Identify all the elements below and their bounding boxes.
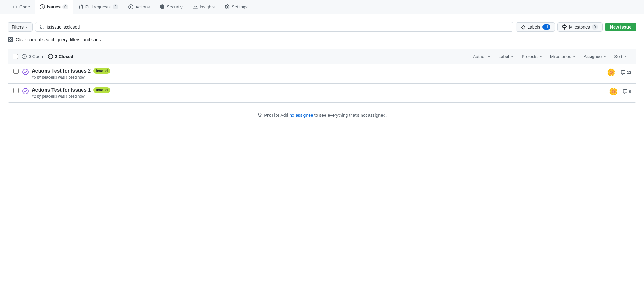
assignee-label: Assignee	[584, 54, 602, 59]
protip: ProTip! Add no:assignee to see everythin…	[8, 103, 636, 128]
tab-issues[interactable]: Issues 0	[35, 0, 73, 14]
sort-chevron-icon	[624, 55, 627, 58]
labels-count: 11	[542, 24, 550, 30]
issue-2-checkbox[interactable]	[13, 88, 19, 93]
issue-1-avatar-emoji: 🌼	[607, 69, 615, 76]
issue-2-content: Actions Test for Issues 1 invalid #2 by …	[32, 87, 609, 99]
filters-button[interactable]: Filters	[8, 22, 33, 32]
search-input[interactable]	[47, 24, 509, 30]
issue-2-right: 🌼 6	[609, 87, 631, 96]
open-count-label: 0 Open	[29, 54, 43, 59]
settings-icon	[225, 4, 230, 9]
closed-count-label: 2 Closed	[55, 54, 73, 59]
tab-actions-label: Actions	[135, 4, 150, 9]
tab-code[interactable]: Code	[8, 0, 35, 14]
search-box[interactable]	[35, 22, 513, 32]
issue-2-comment-count[interactable]: 6	[623, 89, 631, 94]
tab-insights-label: Insights	[200, 4, 215, 9]
projects-label: Projects	[522, 54, 538, 59]
labels-button[interactable]: Labels 11	[516, 22, 555, 32]
issue-2-title[interactable]: Actions Test for Issues 1	[32, 87, 91, 93]
issue-1-title-line: Actions Test for Issues 2 invalid	[32, 68, 607, 74]
header-counts: 0 Open 2 Closed	[22, 54, 465, 59]
lightbulb-icon	[257, 113, 262, 118]
filters-label: Filters	[12, 24, 24, 30]
assignee-chevron-icon	[603, 55, 607, 58]
comment-icon-2	[623, 89, 628, 94]
insights-icon	[193, 4, 198, 9]
projects-filter[interactable]: Projects	[518, 53, 546, 60]
clear-x-icon: ✕	[8, 37, 13, 42]
tab-code-label: Code	[19, 4, 30, 9]
tab-settings[interactable]: Settings	[220, 0, 253, 14]
main-content: Filters Labels	[0, 14, 644, 135]
protip-no-assignee-link[interactable]: no:assignee	[289, 113, 313, 118]
issue-1-content: Actions Test for Issues 2 invalid #5 by …	[32, 68, 607, 79]
new-issue-button[interactable]: New issue	[605, 23, 636, 31]
tab-nav: Code Issues 0 Pull requests 0	[0, 0, 644, 14]
label-chevron-icon	[510, 55, 514, 58]
issues-badge: 0	[62, 4, 68, 9]
clear-filter-text: Clear current search query, filters, and…	[16, 37, 101, 42]
tab-issues-label: Issues	[47, 4, 61, 9]
issue-1-checkbox[interactable]	[13, 69, 19, 74]
security-icon	[160, 4, 165, 9]
sort-label: Sort	[614, 54, 622, 59]
actions-icon	[128, 4, 133, 9]
assignee-filter[interactable]: Assignee	[580, 53, 611, 60]
issue-1-comment-count[interactable]: 12	[621, 70, 631, 75]
closed-issue-icon-2	[22, 88, 29, 94]
new-issue-label: New issue	[610, 24, 631, 30]
header-filters: Author Label Projects	[469, 53, 631, 60]
issues-header: 0 Open 2 Closed Author	[8, 49, 636, 64]
milestones-button[interactable]: Milestones 0	[557, 22, 603, 32]
issue-1-label[interactable]: invalid	[93, 68, 110, 74]
label-filter[interactable]: Label	[495, 53, 518, 60]
pull-request-icon	[78, 4, 83, 9]
issue-2-meta: #2 by peaceiris was closed now	[32, 94, 609, 99]
author-chevron-icon	[487, 55, 491, 58]
issue-2-label[interactable]: invalid	[93, 87, 110, 93]
issues-container: 0 Open 2 Closed Author	[8, 49, 636, 103]
tab-security[interactable]: Security	[155, 0, 188, 14]
milestones-label: Milestones	[569, 24, 590, 30]
right-toolbar: Labels 11 Milestones 0 New issue	[516, 22, 636, 32]
issue-1-meta: #5 by peaceiris was closed now	[32, 75, 607, 79]
issue-2-avatar-emoji: 🌼	[609, 88, 618, 95]
milestones-filter-label: Milestones	[550, 54, 571, 59]
pull-requests-badge: 0	[113, 4, 119, 9]
issue-2-title-line: Actions Test for Issues 1 invalid	[32, 87, 609, 93]
label-label: Label	[498, 54, 509, 59]
closed-issue-icon-1	[22, 69, 29, 75]
tab-pull-requests[interactable]: Pull requests 0	[73, 0, 124, 14]
milestones-count: 0	[592, 24, 598, 30]
tab-actions[interactable]: Actions	[123, 0, 155, 14]
issue-icon	[40, 4, 45, 9]
tab-settings-label: Settings	[232, 4, 248, 9]
issue-row-2: Actions Test for Issues 1 invalid #2 by …	[8, 84, 636, 102]
open-count[interactable]: 0 Open	[22, 54, 43, 59]
milestones-chevron-icon	[572, 55, 576, 58]
projects-chevron-icon	[539, 55, 543, 58]
issue-2-comment-num: 6	[629, 89, 631, 94]
milestones-filter[interactable]: Milestones	[546, 53, 580, 60]
tab-insights[interactable]: Insights	[188, 0, 220, 14]
issue-1-right: 🌼 12	[607, 68, 631, 77]
issue-row: Actions Test for Issues 2 invalid #5 by …	[8, 64, 636, 84]
page-wrapper: Code Issues 0 Pull requests 0	[0, 0, 644, 287]
code-icon	[13, 4, 18, 9]
issue-1-avatar: 🌼	[607, 68, 616, 77]
author-label: Author	[473, 54, 486, 59]
sort-filter[interactable]: Sort	[610, 53, 631, 60]
label-icon	[520, 24, 525, 30]
issue-1-title[interactable]: Actions Test for Issues 2	[32, 68, 91, 74]
search-icon	[39, 24, 44, 30]
author-filter[interactable]: Author	[469, 53, 495, 60]
toolbar: Filters Labels	[8, 22, 636, 32]
closed-count[interactable]: 2 Closed	[48, 54, 73, 59]
milestone-icon	[562, 24, 567, 30]
issue-1-comment-num: 12	[627, 70, 631, 75]
clear-filter-bar[interactable]: ✕ Clear current search query, filters, a…	[8, 37, 636, 42]
select-all-checkbox[interactable]	[13, 54, 18, 59]
comment-icon	[621, 70, 626, 75]
